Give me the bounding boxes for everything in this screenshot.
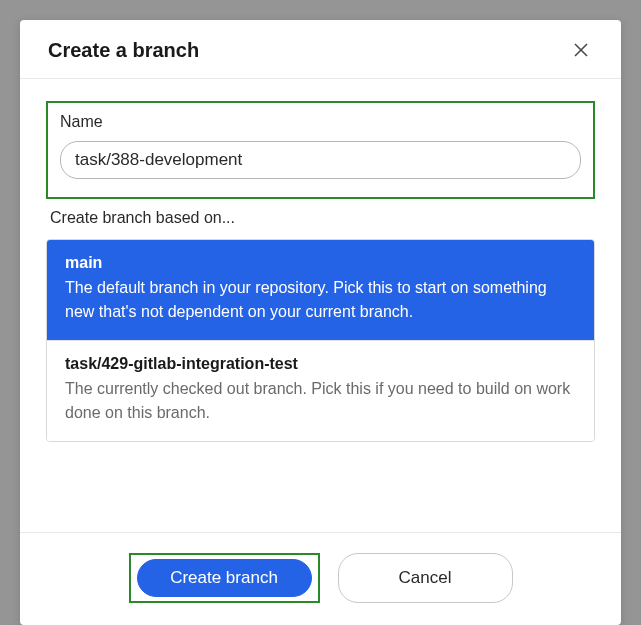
dialog-footer: Create branch Cancel [20,532,621,625]
dialog-title: Create a branch [48,39,199,62]
branch-list: main The default branch in your reposito… [46,239,595,442]
close-icon [573,42,589,58]
dialog-header: Create a branch [20,20,621,79]
primary-button-highlight: Create branch [129,553,320,603]
branch-name: main [65,254,576,272]
branch-option-current[interactable]: task/429-gitlab-integration-test The cur… [47,340,594,441]
create-branch-dialog: Create a branch Name Create branch based… [20,20,621,625]
branch-name: task/429-gitlab-integration-test [65,355,576,373]
create-branch-button[interactable]: Create branch [137,559,312,597]
branch-description: The default branch in your repository. P… [65,276,576,324]
close-button[interactable] [569,38,593,62]
name-label: Name [60,113,581,131]
branch-name-input[interactable] [60,141,581,179]
name-section: Name [46,101,595,199]
branch-description: The currently checked out branch. Pick t… [65,377,576,425]
based-on-label: Create branch based on... [50,209,591,227]
dialog-body: Name Create branch based on... main The … [20,79,621,532]
branch-option-main[interactable]: main The default branch in your reposito… [47,240,594,340]
cancel-button[interactable]: Cancel [338,553,513,603]
